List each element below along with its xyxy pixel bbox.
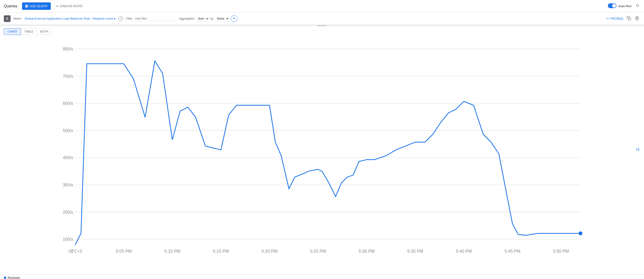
svg-text:5:20 PM: 5:20 PM [262,249,278,254]
legend-label: Received [8,276,20,279]
promql-button[interactable]: <> PROMQL [606,17,624,20]
tab-both[interactable]: BOTH [37,28,52,35]
svg-text:5:10 PM: 5:10 PM [164,249,180,254]
svg-rect-1 [628,17,631,20]
chart-end-dot [578,231,582,235]
promql-icon: <> [606,17,609,20]
svg-text:UTC+3: UTC+3 [68,249,82,254]
chart-container: 800/s 700/s 600/s 500/s 400/s 300/s 200/… [0,35,644,275]
create-ratio-label: CREATE RATIO [60,4,82,8]
collapse-toolbar-button[interactable] [634,2,640,10]
chart-svg: 800/s 700/s 600/s 500/s 400/s 300/s 200/… [4,37,644,263]
svg-text:700/s: 700/s [63,74,73,79]
svg-text:200/s: 200/s [63,210,73,215]
metric-value: Global External Application Load Balance… [25,17,113,20]
promql-label: PROMQL [610,17,624,20]
svg-text:5:30 PM: 5:30 PM [359,249,374,254]
svg-text:5:40 PM: 5:40 PM [456,249,472,254]
svg-text:800/s: 800/s [63,47,73,51]
filter-label: Filter [126,17,132,20]
tab-chart[interactable]: CHART [4,28,21,35]
plus-icon: ⊞ [25,4,28,8]
aggregation-select[interactable]: Sum [196,16,209,21]
filter-input[interactable] [134,16,176,21]
svg-text:5:50 PM: 5:50 PM [553,249,569,254]
svg-text:5:25 PM: 5:25 PM [310,249,326,254]
metric-selector-button[interactable]: Global External Application Load Balance… [25,17,116,20]
page-title: Queries [4,4,17,8]
help-icon: ? [120,17,122,20]
svg-text:5:05 PM: 5:05 PM [116,249,132,254]
svg-text:5:15 PM: 5:15 PM [213,249,229,254]
aggregation-section: Aggregation Sum by None + [179,15,238,22]
create-ratio-button[interactable]: ⇒ CREATE RATIO [54,3,84,9]
none-select[interactable]: None [215,16,229,21]
auto-run-toggle[interactable]: ✓ [608,3,616,9]
chart-legend: Received [0,275,644,279]
svg-text:5:45 PM: 5:45 PM [504,249,520,254]
delete-button[interactable] [634,15,640,22]
chart-tabs: CHART TABLE BOTH [0,26,644,35]
svg-text:5:35 PM: 5:35 PM [407,249,423,254]
query-row-right: <> PROMQL [606,15,640,22]
add-query-label: ADD QUERY [30,4,48,8]
copy-button[interactable] [626,15,632,22]
metric-dropdown-arrow-icon: ▾ [114,17,116,20]
svg-text:100/s: 100/s [63,237,73,242]
add-query-button[interactable]: ⊞ ADD QUERY [22,2,51,10]
metric-label: Metric [14,17,21,20]
auto-run-label: Auto-Run [618,4,632,8]
add-filter-button[interactable]: + [231,15,238,22]
tab-table[interactable]: TABLE [21,28,37,35]
svg-text:500/s: 500/s [63,128,73,133]
toolbar: Queries ⊞ ADD QUERY ⇒ CREATE RATIO ✓ Aut… [0,0,644,12]
legend-dot [4,277,6,279]
svg-text:400/s: 400/s [63,155,73,160]
query-row: A Metric Global External Application Loa… [0,12,644,25]
toolbar-right: ✓ Auto-Run [608,2,640,10]
toggle-check-icon: ✓ [609,4,611,7]
resize-handle-bar [317,25,327,26]
add-icon: + [233,16,236,21]
metric-help-button[interactable]: ? [118,16,123,21]
svg-text:600/s: 600/s [63,101,73,106]
query-label-badge: A [4,15,10,22]
svg-text:300/s: 300/s [63,183,73,187]
ratio-icon: ⇒ [56,4,58,8]
collapse-right-panel-button[interactable] [636,147,641,153]
chart-svg-wrapper: 800/s 700/s 600/s 500/s 400/s 300/s 200/… [4,37,644,263]
by-label: by [210,17,214,20]
filter-section: Filter [126,16,176,21]
aggregation-label: Aggregation [179,17,194,20]
